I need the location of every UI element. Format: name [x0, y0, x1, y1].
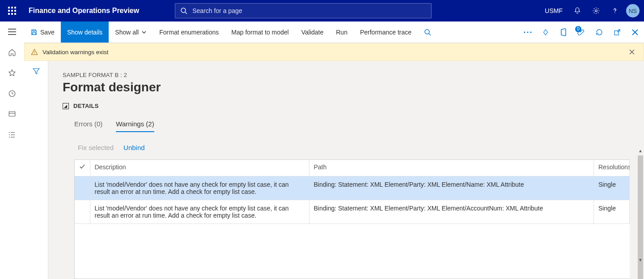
more-actions-button[interactable]: [519, 21, 537, 43]
cell-resolutions: Single: [594, 176, 630, 200]
refresh-icon: [595, 28, 603, 36]
popout-button[interactable]: [608, 21, 626, 43]
nav-workspaces-button[interactable]: [0, 104, 24, 124]
scroll-up-icon: ▲: [638, 148, 643, 154]
svg-point-10: [9, 132, 10, 133]
cell-path: Binding: Statement: XML Element/Party: X…: [309, 176, 594, 200]
collapse-caret-icon: ◢: [63, 103, 69, 109]
svg-point-21: [527, 31, 528, 33]
office-icon: [560, 28, 567, 36]
settings-button[interactable]: [587, 0, 606, 21]
actionbar-search-button[interactable]: [418, 21, 437, 43]
show-details-button[interactable]: Show details: [61, 21, 109, 43]
svg-line-1: [185, 12, 187, 14]
action-bar-right: 0: [519, 21, 644, 43]
action-bar: Save Show details Show all Format enumer…: [24, 21, 644, 43]
banner-close-button[interactable]: [627, 47, 637, 56]
svg-rect-16: [33, 30, 35, 31]
help-button[interactable]: [606, 0, 624, 21]
details-label: DETAILS: [73, 103, 99, 109]
home-icon: [8, 48, 16, 56]
grid-actions: Fix selected Unbind: [63, 144, 630, 151]
warning-icon: [31, 48, 38, 56]
row-select-cell[interactable]: [75, 176, 90, 200]
notifications-button[interactable]: [568, 0, 587, 21]
close-button[interactable]: [626, 21, 644, 43]
header-right: USMF NS: [539, 0, 644, 21]
svg-point-0: [181, 8, 186, 13]
content-row: SAMPLE FORMAT B : 2 Format designer ◢ DE…: [24, 61, 644, 279]
left-nav-rail: [0, 21, 24, 279]
grid-header-row: Description Path Resolutions: [75, 160, 630, 176]
power-apps-button[interactable]: [537, 21, 555, 43]
col-path[interactable]: Path: [309, 160, 594, 176]
validate-label: Validate: [301, 29, 324, 36]
app-title: Finance and Operations Preview: [24, 7, 139, 15]
unbind-button[interactable]: Unbind: [123, 144, 145, 151]
star-icon: [8, 69, 16, 77]
svg-point-22: [530, 31, 531, 33]
cell-resolutions: Single: [594, 200, 630, 223]
legal-entity-picker[interactable]: USMF: [539, 0, 568, 21]
table-row[interactable]: List 'model/Vendor' does not have any ch…: [75, 176, 630, 200]
tab-warnings[interactable]: Warnings (2): [116, 120, 154, 132]
bell-icon: [573, 7, 581, 15]
format-enumerations-button[interactable]: Format enumerations: [153, 21, 225, 43]
tab-errors[interactable]: Errors (0): [74, 120, 102, 132]
app-launcher-button[interactable]: [0, 0, 24, 21]
map-format-button[interactable]: Map format to model: [225, 21, 295, 43]
page-body: Validation warnings exist SAMPLE FORMAT …: [24, 43, 644, 279]
vertical-scrollbar[interactable]: ▲ ▼: [637, 153, 644, 257]
nav-favorites-button[interactable]: [0, 63, 24, 83]
search-icon: [424, 29, 431, 36]
clock-icon: [8, 90, 16, 98]
svg-rect-17: [33, 32, 36, 34]
svg-point-12: [9, 134, 10, 135]
svg-line-19: [429, 34, 431, 35]
details-tabs: Errors (0) Warnings (2): [63, 120, 630, 132]
office-button[interactable]: [555, 21, 572, 43]
col-resolutions[interactable]: Resolutions: [594, 160, 630, 176]
filter-button[interactable]: [32, 67, 40, 279]
svg-point-2: [595, 10, 597, 12]
user-avatar[interactable]: NS: [626, 4, 640, 17]
svg-point-18: [425, 30, 429, 34]
filter-strip: [24, 61, 48, 279]
svg-point-3: [614, 13, 615, 13]
select-all-header[interactable]: [75, 160, 90, 176]
map-format-label: Map format to model: [231, 29, 288, 36]
validate-button[interactable]: Validate: [295, 21, 330, 43]
cell-path: Binding: Statement: XML Element/Party: X…: [309, 200, 594, 223]
breadcrumb: SAMPLE FORMAT B : 2: [63, 72, 630, 78]
nav-collapse-button[interactable]: [0, 21, 24, 42]
save-button[interactable]: Save: [24, 21, 61, 43]
warnings-grid: Description Path Resolutions List 'model…: [74, 159, 630, 279]
main-content: SAMPLE FORMAT B : 2 Format designer ◢ DE…: [48, 61, 644, 279]
close-icon: [629, 49, 635, 55]
nav-recents-button[interactable]: [0, 83, 24, 104]
details-section-header[interactable]: ◢ DETAILS: [63, 103, 630, 109]
power-apps-icon: [542, 28, 550, 36]
row-select-cell[interactable]: [75, 200, 90, 223]
page-title: Format designer: [63, 80, 630, 94]
gear-icon: [592, 7, 600, 15]
ellipsis-icon: [524, 31, 532, 33]
svg-point-20: [524, 31, 525, 33]
run-button[interactable]: Run: [330, 21, 354, 43]
attachments-button[interactable]: 0: [572, 21, 590, 43]
show-all-button[interactable]: Show all: [109, 21, 153, 43]
refresh-button[interactable]: [590, 21, 608, 43]
nav-home-button[interactable]: [0, 42, 24, 63]
format-enumerations-label: Format enumerations: [159, 29, 219, 36]
col-description[interactable]: Description: [90, 160, 309, 176]
validation-banner: Validation warnings exist: [24, 43, 644, 61]
performance-trace-button[interactable]: Performance trace: [354, 21, 418, 43]
waffle-icon: [8, 7, 16, 15]
fix-selected-button: Fix selected: [78, 144, 114, 151]
popout-icon: [614, 29, 621, 36]
global-search[interactable]: Search for a page: [175, 3, 432, 18]
nav-modules-button[interactable]: [0, 124, 24, 145]
workspaces-icon: [8, 110, 16, 118]
funnel-icon: [32, 67, 40, 75]
table-row[interactable]: List 'model/Vendor' does not have any ch…: [75, 200, 630, 223]
